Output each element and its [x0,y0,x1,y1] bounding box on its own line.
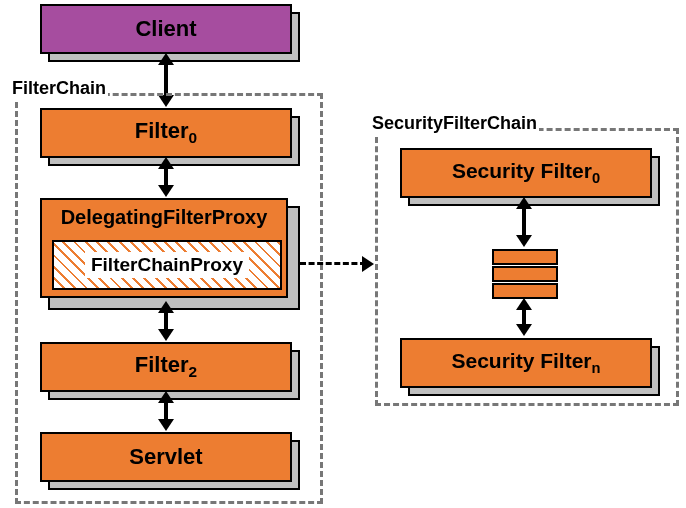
delegating-label: DelegatingFilterProxy [61,206,268,229]
arrow-icon [158,329,174,341]
dashed-arrow-line [300,262,366,265]
arrow-line [164,401,168,421]
filterchainproxy-box: FilterChainProxy [52,240,282,290]
filter2-box: Filter2 [40,342,292,392]
servlet-box: Servlet [40,432,292,482]
arrow-icon [516,324,532,336]
filter2-label: Filter2 [135,352,197,381]
arrow-line [522,207,526,237]
filter0-label: Filter0 [135,118,197,147]
stack-bar [492,266,558,282]
stack-bar [492,283,558,299]
arrow-icon [362,256,374,272]
secfiltern-label: Security Filtern [451,349,600,376]
secfiltern-box: Security Filtern [400,338,652,388]
filterchainproxy-label: FilterChainProxy [85,252,249,278]
servlet-label: Servlet [129,444,202,470]
securityfilterchain-title: SecurityFilterChain [370,113,539,134]
secfilter0-box: Security Filter0 [400,148,652,198]
arrow-line [164,63,168,97]
filter0-box: Filter0 [40,108,292,158]
arrow-line [164,167,168,187]
arrow-line [164,311,168,331]
arrow-icon [158,419,174,431]
client-box: Client [40,4,292,54]
stack-bar [492,249,558,265]
client-label: Client [135,16,196,42]
secfilter0-label: Security Filter0 [452,159,600,186]
arrow-icon [516,235,532,247]
arrow-icon [158,185,174,197]
filterchain-title: FilterChain [10,78,108,99]
